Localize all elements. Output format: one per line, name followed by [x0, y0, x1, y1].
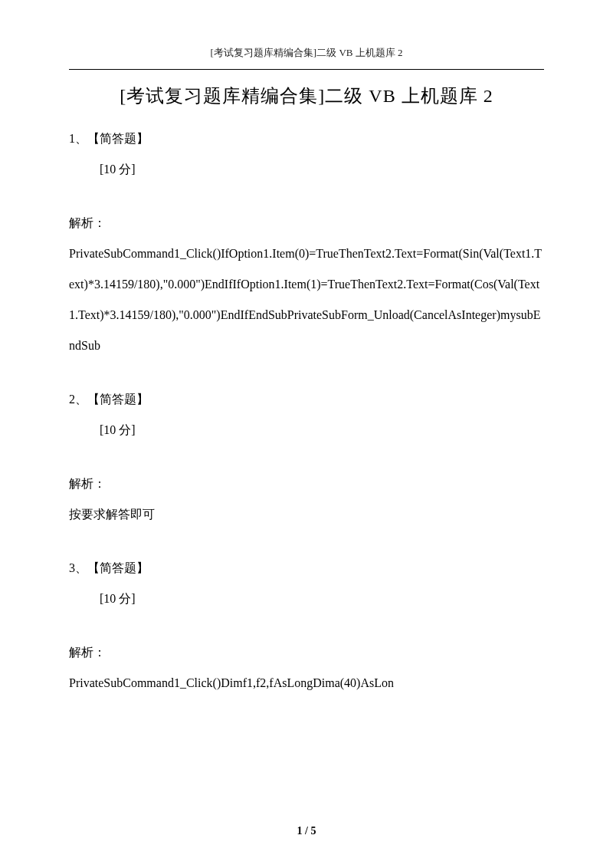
question-number: 2、【简答题】	[69, 384, 544, 415]
analysis-text: 按要求解答即可	[69, 499, 544, 530]
question-number: 3、【简答题】	[69, 553, 544, 584]
title-text: [考试复习题库精编合集]二级 VB 上机题库 2	[120, 86, 493, 106]
header-text: [考试复习题库精编合集]二级 VB 上机题库 2	[211, 47, 403, 58]
analysis-text: PrivateSubCommand1_Click()IfOption1.Item…	[69, 238, 544, 361]
content-body: 1、【简答题】 [10 分] 解析： PrivateSubCommand1_Cl…	[69, 123, 544, 699]
analysis-label: 解析：	[69, 208, 544, 238]
page-title: [考试复习题库精编合集]二级 VB 上机题库 2	[69, 84, 544, 108]
page-footer: 1 / 5	[0, 825, 613, 837]
question-block: 3、【简答题】 [10 分] 解析： PrivateSubCommand1_Cl…	[69, 553, 544, 699]
analysis-label: 解析：	[69, 637, 544, 668]
page-header: [考试复习题库精编合集]二级 VB 上机题库 2	[69, 46, 544, 70]
page-number: 1 / 5	[297, 825, 316, 837]
question-score: [10 分]	[69, 584, 544, 614]
analysis-label: 解析：	[69, 469, 544, 499]
question-block: 1、【简答题】 [10 分] 解析： PrivateSubCommand1_Cl…	[69, 123, 544, 361]
question-score: [10 分]	[69, 415, 544, 446]
question-number: 1、【简答题】	[69, 123, 544, 154]
analysis-text: PrivateSubCommand1_Click()Dimf1,f2,fAsLo…	[69, 668, 544, 699]
question-block: 2、【简答题】 [10 分] 解析： 按要求解答即可	[69, 384, 544, 530]
question-score: [10 分]	[69, 154, 544, 185]
